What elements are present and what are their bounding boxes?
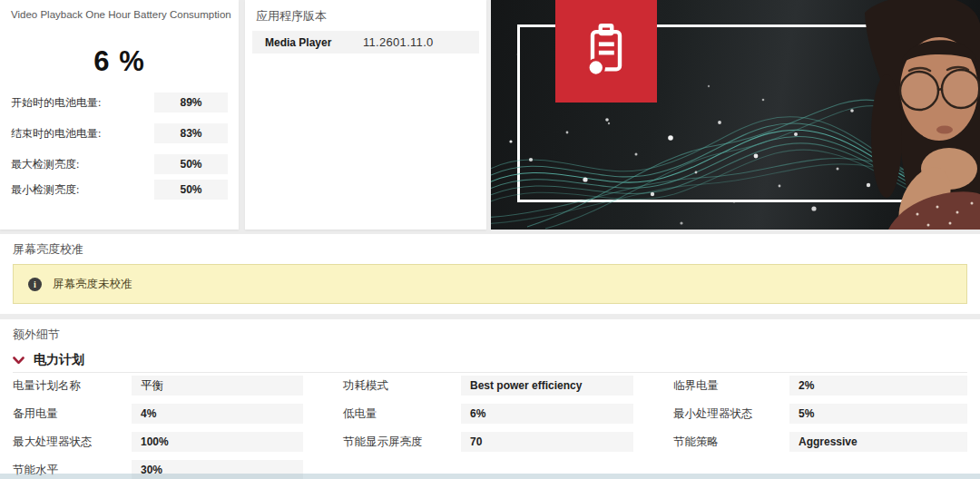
- app-version-number: 11.2601.11.0: [363, 35, 434, 49]
- woman-with-glasses-figure: [865, 0, 980, 230]
- bottom-edge-tint: [0, 474, 980, 479]
- app-name: Media Player: [265, 36, 363, 49]
- pp-label: 备用电量: [13, 406, 132, 422]
- pp-label: 节能显示屏亮度: [343, 435, 461, 450]
- battery-field-row: 最小检测亮度: 50%: [11, 180, 228, 200]
- battery-report-icon: [574, 11, 638, 93]
- pp-label: 节能策略: [673, 435, 789, 450]
- field-value: 89%: [154, 93, 228, 112]
- pp-label: 功耗模式: [343, 378, 461, 394]
- chevron-down-icon[interactable]: [13, 357, 24, 365]
- extra-details-title: 额外细节: [13, 327, 60, 343]
- field-label: 最小检测亮度:: [11, 182, 154, 198]
- battery-card-rows: 开始时的电池电量: 89% 结束时的电池电量: 83% 最大检测亮度: 50% …: [11, 93, 228, 210]
- battery-report-badge: [555, 0, 657, 103]
- extra-details-section: 额外细节 电力计划 电量计划名称 平衡 功耗模式 Best power effi…: [0, 319, 980, 479]
- power-plan-grid: 电量计划名称 平衡 功耗模式 Best power efficiency 临界电…: [13, 376, 967, 479]
- pp-value: Aggressive: [789, 432, 967, 452]
- pp-label: 电量计划名称: [13, 378, 132, 394]
- brightness-section-title: 屏幕亮度校准: [13, 241, 83, 258]
- pp-value: 4%: [132, 404, 303, 424]
- battery-field-row: 开始时的电池电量: 89%: [11, 93, 228, 112]
- field-label: 结束时的电池电量:: [11, 126, 154, 142]
- pp-label: 低电量: [343, 406, 461, 422]
- pp-label: 最小处理器状态: [673, 406, 789, 422]
- field-label: 最大检测亮度:: [11, 157, 154, 172]
- pp-value: 6%: [461, 404, 633, 424]
- battery-consumption-value: 6 %: [0, 45, 239, 78]
- pp-value: 平衡: [132, 376, 303, 396]
- brightness-warning-banner: i 屏幕亮度未校准: [13, 264, 967, 304]
- pp-value: 5%: [789, 404, 967, 424]
- app-version-row: Media Player 11.2601.11.0: [252, 31, 479, 54]
- power-plan-title: 电力计划: [34, 352, 84, 368]
- brightness-warning-text: 屏幕亮度未校准: [53, 277, 132, 292]
- hero-banner-image: [491, 0, 980, 230]
- pp-value: 70: [461, 432, 633, 452]
- pp-label: 临界电量: [673, 378, 789, 394]
- field-value: 50%: [154, 154, 228, 174]
- battery-card-title: Video Playback One Hour Battery Consumpt…: [11, 9, 231, 20]
- battery-field-row: 结束时的电池电量: 83%: [11, 123, 228, 143]
- app-version-title: 应用程序版本: [256, 8, 327, 24]
- power-plan-expander[interactable]: 电力计划: [13, 352, 84, 368]
- divider: [13, 372, 967, 373]
- app-version-card: 应用程序版本 Media Player 11.2601.11.0: [245, 0, 486, 230]
- field-value: 50%: [154, 180, 228, 200]
- field-value: 83%: [154, 123, 228, 143]
- battery-field-row: 最大检测亮度: 50%: [11, 154, 228, 174]
- field-label: 开始时的电池电量:: [11, 95, 154, 111]
- pp-value: 100%: [132, 432, 303, 452]
- battery-consumption-card: Video Playback One Hour Battery Consumpt…: [0, 0, 239, 230]
- pp-value: Best power efficiency: [461, 376, 633, 396]
- brightness-calibration-section: 屏幕亮度校准 i 屏幕亮度未校准: [0, 234, 980, 314]
- info-icon: i: [28, 278, 42, 291]
- pp-label: 最大处理器状态: [13, 435, 132, 450]
- pp-value: 2%: [789, 376, 967, 396]
